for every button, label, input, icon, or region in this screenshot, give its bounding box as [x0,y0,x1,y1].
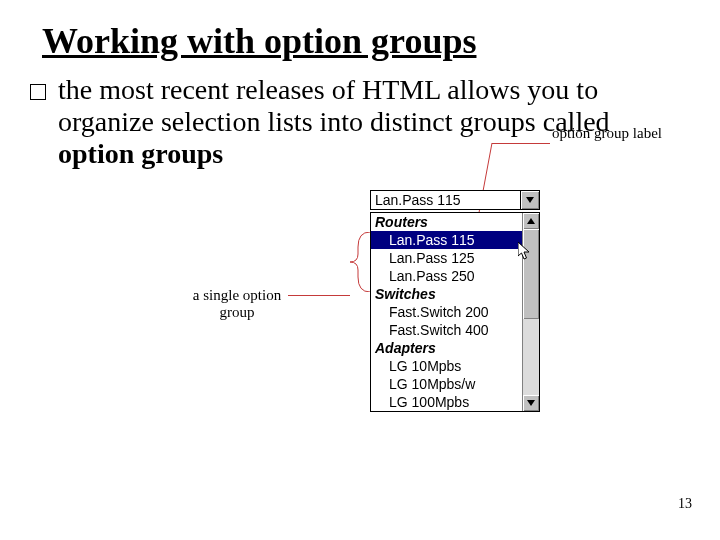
optgroup-label: Switches [371,285,522,303]
option-item[interactable]: LG 100Mpbs [371,393,522,411]
option-item[interactable]: LG 10Mpbs/w [371,375,522,393]
scroll-thumb[interactable] [523,229,539,319]
bullet-icon [30,84,46,100]
body-text-bold: option groups [58,138,223,169]
listbox-inner: RoutersLan.Pass 115Lan.Pass 125Lan.Pass … [371,213,522,411]
option-item[interactable]: Fast.Switch 400 [371,321,522,339]
annotation-optgroup-label: option group label [552,125,672,142]
option-item[interactable]: Lan.Pass 125 [371,249,522,267]
scroll-up-icon[interactable] [523,213,539,229]
combo-selected: Lan.Pass 115 [371,191,520,209]
callout-line [288,295,350,296]
callout-line [492,143,550,144]
scrollbar[interactable] [522,213,539,411]
select-box: Lan.Pass 115 RoutersLan.Pass 115Lan.Pass… [370,190,540,412]
page-number: 13 [678,496,692,512]
annotation-single-group: a single option group [182,287,292,320]
option-item[interactable]: Lan.Pass 115 [371,231,522,249]
body-text: the most recent releases of HTML allows … [58,74,690,171]
listbox: RoutersLan.Pass 115Lan.Pass 125Lan.Pass … [370,212,540,412]
body-text-1: the most recent releases of HTML allows … [58,74,610,137]
option-item[interactable]: LG 10Mpbs [371,357,522,375]
optgroup-label: Routers [371,213,522,231]
scroll-track[interactable] [523,229,539,395]
page-title: Working with option groups [42,20,690,62]
option-item[interactable]: Lan.Pass 250 [371,267,522,285]
chevron-down-icon[interactable] [520,191,539,209]
combo-box[interactable]: Lan.Pass 115 [370,190,540,210]
scroll-down-icon[interactable] [523,395,539,411]
brace-icon [350,232,372,292]
bullet-item: the most recent releases of HTML allows … [30,74,690,171]
option-item[interactable]: Fast.Switch 200 [371,303,522,321]
optgroup-label: Adapters [371,339,522,357]
slide: Working with option groups the most rece… [0,0,720,540]
